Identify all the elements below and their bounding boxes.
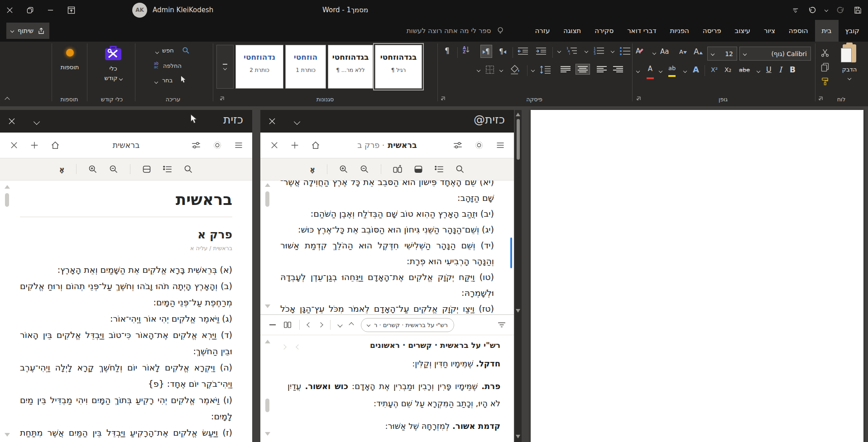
tab-layout[interactable]: פריסה xyxy=(696,20,728,42)
format-painter-icon[interactable] xyxy=(820,77,830,86)
move-up-chevron[interactable] xyxy=(349,322,354,327)
clear-formatting-button[interactable]: A xyxy=(636,47,644,55)
undo-dropdown-chevron[interactable] xyxy=(825,8,828,12)
minimize-window-icon[interactable] xyxy=(47,7,54,14)
customize-qat-icon[interactable] xyxy=(792,7,799,13)
line-spacing-icon[interactable] xyxy=(540,65,551,74)
paragraph-dialog-launcher-icon[interactable] xyxy=(440,96,445,101)
select-button[interactable]: בחר xyxy=(162,77,173,84)
align-center-button-selected[interactable] xyxy=(576,64,590,74)
zoom-in-icon[interactable] xyxy=(88,165,97,174)
tanach-text-area[interactable]: (יא) שֵׁם הָאֶחָד פִּישׁוֹן הוּא הַסֹּבֵ… xyxy=(260,181,514,314)
tab-references[interactable]: הפניות xyxy=(663,20,695,42)
find-button[interactable]: חפש xyxy=(162,47,174,54)
increase-indent-icon[interactable] xyxy=(535,47,547,55)
scroll-down-arrow[interactable] xyxy=(5,433,10,437)
replace-button[interactable]: החלפה xyxy=(163,62,182,69)
pane-nav-title[interactable]: בראשית xyxy=(113,141,140,150)
shading-chevron[interactable] xyxy=(499,68,503,72)
copy-icon[interactable] xyxy=(820,62,830,71)
shading-bucket-icon[interactable] xyxy=(510,64,521,75)
commentary-view-icon[interactable] xyxy=(414,165,423,174)
align-left-button[interactable] xyxy=(597,66,607,72)
verse[interactable]: (ב) וְהָאָרֶץ הָיְתָה תֹהוּ וָבֹהוּ וְחֹ… xyxy=(20,278,232,310)
pane-close-icon[interactable] xyxy=(269,118,276,125)
underline-button[interactable]: U xyxy=(766,65,772,74)
redo-icon[interactable] xyxy=(837,6,845,14)
ltr-direction-button[interactable]: ¶ xyxy=(499,47,506,56)
styles-dialog-launcher-icon[interactable] xyxy=(219,96,224,101)
outline-list-icon[interactable] xyxy=(163,165,172,174)
pane-collapse-chevron[interactable] xyxy=(294,119,300,125)
find-chevron[interactable] xyxy=(155,50,159,54)
share-button[interactable]: שיתוף xyxy=(6,23,49,39)
align-justify-button[interactable] xyxy=(561,66,571,72)
verse[interactable]: (טז) וַיְצַו יְקֹוָק אֱלֹקִים עַל־הָאָדָ… xyxy=(280,301,494,314)
style-heading1[interactable]: הוזחטי כותרת 1 xyxy=(285,45,326,89)
grow-font-button[interactable]: A xyxy=(694,47,703,56)
superscript-button[interactable]: X² xyxy=(711,66,718,73)
tab-draw[interactable]: ציור xyxy=(757,20,782,42)
close-window-icon[interactable] xyxy=(6,7,13,14)
tab-review[interactable]: סקירה xyxy=(588,20,620,42)
underline-chevron[interactable] xyxy=(757,69,760,73)
paste-button[interactable]: הדבק xyxy=(834,44,864,81)
brightness-icon[interactable] xyxy=(475,141,484,150)
verse-selected[interactable]: (יד) וְשֵׁם הַנָּהָר הַשְּׁלִישִׁי חִדֶּ… xyxy=(280,238,494,269)
collapse-commentary-icon[interactable] xyxy=(269,324,276,325)
style-heading2[interactable]: נדהוזחטי כותרת 2 xyxy=(235,45,283,89)
scroll-up-arrow[interactable] xyxy=(265,340,270,343)
font-name-combobox[interactable]: Calibri (גוף) xyxy=(739,47,811,61)
subscript-button[interactable]: X₂ xyxy=(724,66,731,73)
scroll-thumb[interactable] xyxy=(265,191,269,207)
scroll-thumb[interactable] xyxy=(5,193,9,207)
move-down-chevron[interactable] xyxy=(337,322,342,327)
two-pane-icon[interactable] xyxy=(283,321,292,329)
tanach-text-area[interactable]: בראשית פרק א בראשית / עליה א (א) בְּרֵאש… xyxy=(0,181,252,442)
search-icon[interactable] xyxy=(184,165,193,174)
zoom-in-icon[interactable] xyxy=(339,165,348,174)
text-effects-chevron[interactable] xyxy=(683,69,687,73)
scrollbar-down-arrow[interactable] xyxy=(516,309,520,313)
tab-mailings[interactable]: דברי דואר xyxy=(620,20,663,42)
bullets-icon[interactable] xyxy=(619,46,631,55)
verse[interactable]: (יא) שֵׁם הָאֶחָד פִּישׁוֹן הוּא הַסֹּבֵ… xyxy=(280,181,494,206)
verse[interactable]: (יב) וּזֲהַב הָאָרֶץ הַהִוא טוֹב שָׁם הַ… xyxy=(280,206,494,222)
account-info[interactable]: AK Admin KleiKodesh xyxy=(132,0,213,20)
restore-window-icon[interactable] xyxy=(27,7,34,14)
breadcrumb[interactable]: בראשית / עליה א xyxy=(20,245,232,252)
tell-me-search[interactable]: ספר לי מה אתה רוצה לעשות xyxy=(407,20,505,42)
scroll-down-arrow[interactable] xyxy=(265,304,270,308)
multilevel-list-icon[interactable]: 1ai xyxy=(566,46,578,55)
search-icon[interactable] xyxy=(456,165,465,174)
verse[interactable]: (א) בְּרֵאשִׁית בָּרָא אֱלֹקִים אֵת הַשָ… xyxy=(20,261,232,278)
tab-design[interactable]: עיצוב xyxy=(728,20,757,42)
tab-help[interactable]: עזרה xyxy=(528,20,556,42)
font-size-combobox[interactable]: 12 xyxy=(707,47,737,61)
change-case-button[interactable]: Aa xyxy=(660,48,669,56)
collapse-ribbon-chevron[interactable] xyxy=(5,97,10,102)
commentary-selector-pill[interactable]: רש"י על בראשית · קשרים · ר xyxy=(361,318,454,332)
scroll-up-arrow[interactable] xyxy=(265,183,270,187)
verse[interactable]: (ו) וַיֹּאמֶר אֱלֹקִים יְהִי רָקִיעַ בְּ… xyxy=(20,392,232,424)
numbered-list-chevron[interactable] xyxy=(585,49,588,53)
style-normal[interactable]: בגדהוזחטי רגיל ¶ xyxy=(375,45,422,89)
next-commentary-chevron[interactable] xyxy=(318,322,323,327)
settings-sliders-icon[interactable] xyxy=(453,141,462,150)
styles-gallery-more-button[interactable] xyxy=(216,45,234,89)
menu-hamburger-icon[interactable] xyxy=(234,141,243,150)
scroll-up-arrow[interactable] xyxy=(5,185,10,189)
scroll-thumb[interactable] xyxy=(265,399,269,412)
verse[interactable]: (יג) וְשֵׁם־הַנָּהָר הַשֵּׁנִי גִּיחוֹן … xyxy=(280,222,494,238)
pane-scrollbar[interactable] xyxy=(515,110,522,442)
strikethrough-button[interactable]: abe xyxy=(739,67,750,73)
multilevel-list-chevron[interactable] xyxy=(557,49,561,53)
nikud-toggle-icon[interactable]: אָ xyxy=(310,165,315,174)
zoom-out-icon[interactable] xyxy=(360,165,369,174)
scroll-down-arrow[interactable] xyxy=(265,432,270,436)
reader-view-icon[interactable] xyxy=(142,165,151,174)
tab-file[interactable]: קובץ xyxy=(839,20,867,42)
undo-icon[interactable] xyxy=(808,6,816,14)
tab-view[interactable]: תצוגה xyxy=(556,20,588,42)
select-chevron[interactable] xyxy=(154,80,158,84)
